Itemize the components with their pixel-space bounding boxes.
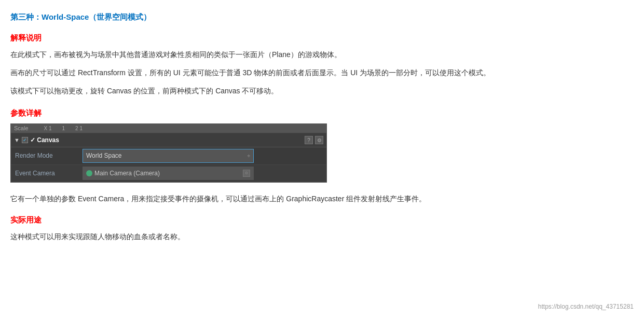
render-mode-label: Render Mode [15, 150, 83, 161]
check-mark: ✓ [23, 136, 27, 144]
settings-icon[interactable]: ⚙ [315, 136, 323, 144]
render-mode-row: Render Mode World Space ÷ [11, 147, 326, 164]
scale-tick-1: X 1 [44, 124, 52, 133]
canvas-component-name: ✓ Canvas [30, 135, 59, 145]
settings-icon-label: ⚙ [317, 136, 322, 145]
event-camera-value-container: Main Camera (Camera) ○ [83, 167, 322, 180]
footer-link: https://blog.csdn.net/qq_43715281 [538, 301, 634, 312]
dropdown-arrow: ÷ [248, 151, 251, 160]
explanation-section: 解释说明 在此模式下，画布被视为与场景中其他普通游戏对象性质相同的类似于一张面片… [10, 31, 628, 98]
render-mode-dropdown[interactable]: World Space ÷ [83, 149, 254, 162]
usage-para1: 这种模式可以用来实现跟随人物移动的血条或者名称。 [10, 230, 628, 243]
canvas-checkbox[interactable]: ✓ [22, 137, 28, 143]
event-camera-description: 它有一个单独的参数 Event Camera，用来指定接受事件的摄像机，可以通过… [10, 192, 628, 206]
render-mode-value-container: World Space ÷ [83, 149, 322, 162]
scale-tick-3: 2 1 [75, 124, 83, 133]
render-mode-dropdown-text: World Space [86, 150, 121, 161]
fold-arrow: ▼ [14, 135, 20, 145]
params-heading: 参数详解 [10, 106, 628, 120]
scale-label: Scale [14, 123, 29, 133]
event-camera-field: Main Camera (Camera) ○ [83, 167, 254, 180]
explanation-para3: 该模式下可以拖动更改，旋转 Canvas 的位置，前两种模式下的 Canvas … [10, 85, 628, 98]
scale-tick-2: 1 [62, 124, 65, 133]
help-icon[interactable]: ? [305, 136, 313, 144]
camera-icon [86, 170, 92, 176]
explanation-para2: 画布的尺寸可以通过 RectTransform 设置，所有的 UI 元素可能位于… [10, 66, 628, 79]
explanation-heading: 解释说明 [10, 31, 628, 45]
event-camera-inner: Main Camera (Camera) [86, 168, 160, 178]
canvas-header-row: ▼ ✓ ✓ Canvas ? ⚙ [11, 133, 326, 147]
explanation-para1: 在此模式下，画布被视为与场景中其他普通游戏对象性质相同的类似于一张面片（Plan… [10, 48, 628, 61]
header-icons: ? ⚙ [305, 136, 323, 144]
event-camera-text: Main Camera (Camera) [94, 168, 160, 178]
scale-bar-content: Scale X 1 1 2 1 [14, 123, 83, 133]
event-camera-label: Event Camera [15, 168, 83, 178]
event-camera-settings-btn[interactable]: ○ [243, 170, 250, 177]
main-title: 第三种：World-Space（世界空间模式） [10, 10, 628, 24]
params-section: 参数详解 Scale X 1 1 2 1 ▼ ✓ ✓ Canvas ? [10, 106, 628, 183]
scale-ticks: X 1 1 2 1 [44, 124, 83, 133]
usage-section: 实际用途 这种模式可以用来实现跟随人物移动的血条或者名称。 [10, 213, 628, 244]
event-camera-row: Event Camera Main Camera (Camera) ○ [11, 165, 326, 182]
scale-bar: Scale X 1 1 2 1 [11, 124, 326, 133]
usage-heading: 实际用途 [10, 213, 628, 227]
unity-inspector: Scale X 1 1 2 1 ▼ ✓ ✓ Canvas ? ⚙ [10, 123, 327, 183]
help-icon-label: ? [307, 136, 310, 145]
